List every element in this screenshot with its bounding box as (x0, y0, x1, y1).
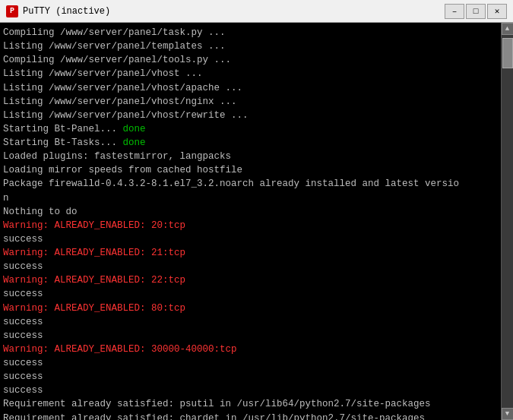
terminal-line: success (3, 384, 498, 397)
terminal-line: Requirement already satisfied: psutil in… (3, 397, 498, 411)
terminal-line: Listing /www/server/panel/vhost/rewrite … (3, 109, 498, 122)
maximize-button[interactable]: □ (466, 4, 486, 19)
window-title: PuTTY (inactive) (23, 6, 445, 17)
title-bar: P PuTTY (inactive) – □ ✕ (0, 0, 513, 23)
terminal-line: Compiling /www/server/panel/tools.py ... (3, 53, 498, 67)
close-button[interactable]: ✕ (487, 4, 507, 19)
terminal-line: Loaded plugins: fastestmirror, langpacks (3, 150, 498, 163)
terminal-line: Listing /www/server/panel/vhost/nginx ..… (3, 95, 498, 109)
terminal-line: Starting Bt-Tasks... done (3, 136, 498, 150)
terminal-line: Warning: ALREADY_ENABLED: 80:tcp (3, 302, 498, 315)
window-controls[interactable]: – □ ✕ (445, 4, 507, 19)
terminal-line: success (3, 329, 498, 343)
terminal-line: Listing /www/server/panel/vhost/apache .… (3, 81, 498, 95)
terminal-line: Package firewalld-0.4.3.2-8.1.el7_3.2.no… (3, 177, 498, 191)
terminal-line: Starting Bt-Panel... done (3, 122, 498, 136)
terminal-line: n (3, 191, 498, 205)
scroll-thumb[interactable] (502, 38, 513, 68)
terminal-line: success (3, 315, 498, 329)
terminal-line: Warning: ALREADY_ENABLED: 21:tcp (3, 246, 498, 260)
minimize-button[interactable]: – (445, 4, 464, 19)
scroll-up-arrow[interactable]: ▲ (502, 23, 514, 35)
scrollbar[interactable]: ▲ ▼ (501, 23, 513, 420)
terminal-line: success (3, 232, 498, 246)
terminal-line: Requirement already satisfied: chardet i… (3, 412, 498, 421)
terminal-line: success (3, 370, 498, 384)
terminal-line: Loading mirror speeds from cached hostfi… (3, 163, 498, 177)
terminal-line: Listing /www/server/panel/vhost ... (3, 67, 498, 81)
terminal-line: Listing /www/server/panel/templates ... (3, 39, 498, 53)
app-icon: P (6, 5, 18, 17)
terminal-line: Compiling /www/server/panel/task.py ... (3, 26, 498, 39)
terminal-line: success (3, 260, 498, 273)
terminal-line: success (3, 356, 498, 370)
terminal-line: Warning: ALREADY_ENABLED: 30000-40000:tc… (3, 343, 498, 356)
terminal-output[interactable]: Compiling /www/server/panel/task.py ...L… (0, 23, 501, 420)
terminal-line: Warning: ALREADY_ENABLED: 20:tcp (3, 219, 498, 232)
terminal-line: success (3, 287, 498, 301)
terminal-line: Warning: ALREADY_ENABLED: 22:tcp (3, 273, 498, 287)
scroll-down-arrow[interactable]: ▼ (502, 408, 514, 420)
terminal-wrapper: Compiling /www/server/panel/task.py ...L… (0, 23, 513, 420)
terminal-line: Nothing to do (3, 205, 498, 219)
scroll-track[interactable] (502, 35, 513, 408)
